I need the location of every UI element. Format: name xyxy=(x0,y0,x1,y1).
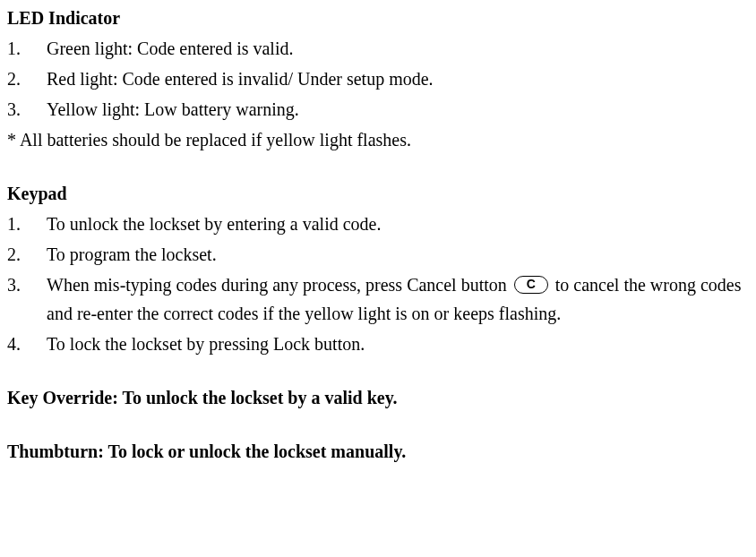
list-text: Green light: Code entered is valid. xyxy=(47,34,749,63)
list-item: 1. To unlock the lockset by entering a v… xyxy=(7,210,749,238)
led-list: 1. Green light: Code entered is valid. 2… xyxy=(7,34,749,124)
cancel-button-icon: C xyxy=(514,276,548,294)
keyoverride-section: Key Override: To unlock the lockset by a… xyxy=(7,383,749,412)
list-item: 3. When mis-typing codes during any proc… xyxy=(7,270,749,328)
list-text: To lock the lockset by pressing Lock but… xyxy=(47,330,749,358)
thumbturn-heading: Thumbturn: To lock or unlock the lockset… xyxy=(7,437,749,466)
keypad-list: 1. To unlock the lockset by entering a v… xyxy=(7,210,749,358)
list-number: 3. xyxy=(7,95,47,124)
led-heading: LED Indicator xyxy=(7,4,749,32)
keypad-heading: Keypad xyxy=(7,179,749,208)
list-item: 4. To lock the lockset by pressing Lock … xyxy=(7,330,749,358)
keypad-section: Keypad 1. To unlock the lockset by enter… xyxy=(7,179,749,358)
text-before-icon: When mis-typing codes during any process… xyxy=(47,275,511,295)
list-item: 3. Yellow light: Low battery warning. xyxy=(7,95,749,124)
list-text: When mis-typing codes during any process… xyxy=(47,270,749,328)
led-note: * All batteries should be replaced if ye… xyxy=(7,125,749,154)
thumbturn-section: Thumbturn: To lock or unlock the lockset… xyxy=(7,437,749,466)
list-number: 1. xyxy=(7,210,47,238)
list-number: 2. xyxy=(7,240,47,269)
list-number: 3. xyxy=(7,270,47,328)
list-text: To unlock the lockset by entering a vali… xyxy=(47,210,749,238)
list-number: 4. xyxy=(7,330,47,358)
list-text: Yellow light: Low battery warning. xyxy=(47,95,749,124)
list-number: 1. xyxy=(7,34,47,63)
list-item: 2. To program the lockset. xyxy=(7,240,749,269)
keyoverride-heading: Key Override: To unlock the lockset by a… xyxy=(7,383,749,412)
list-item: 2. Red light: Code entered is invalid/ U… xyxy=(7,64,749,93)
list-item: 1. Green light: Code entered is valid. xyxy=(7,34,749,63)
list-number: 2. xyxy=(7,64,47,93)
list-text: To program the lockset. xyxy=(47,240,749,269)
led-section: LED Indicator 1. Green light: Code enter… xyxy=(7,4,749,154)
list-text: Red light: Code entered is invalid/ Unde… xyxy=(47,64,749,93)
